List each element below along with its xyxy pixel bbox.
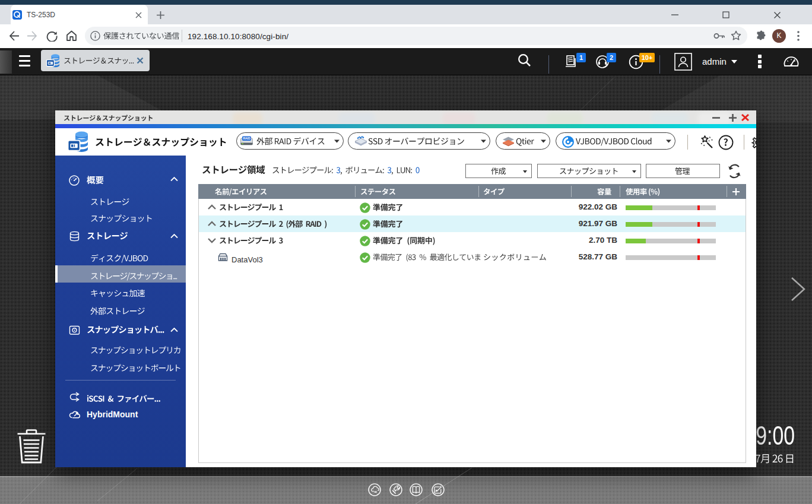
- svg-text:RAID: RAID: [243, 137, 250, 140]
